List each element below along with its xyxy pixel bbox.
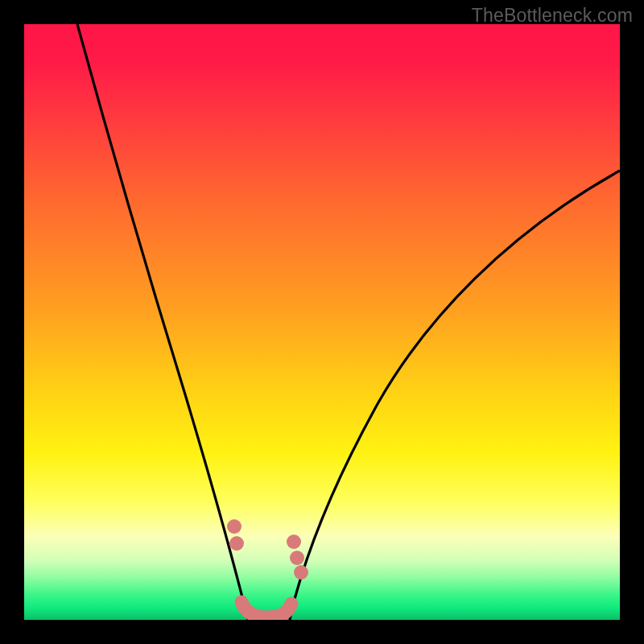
right-curve — [290, 171, 620, 620]
watermark-text: TheBottleneck.com — [472, 5, 633, 27]
left-curve — [77, 24, 248, 620]
dot-left-1 — [227, 519, 242, 534]
chart-svg — [24, 24, 620, 620]
dot-left-2 — [229, 536, 244, 551]
chart-frame: TheBottleneck.com — [0, 0, 644, 644]
dot-right-1 — [287, 535, 301, 549]
dot-right-2 — [290, 551, 304, 565]
bottom-band — [242, 602, 291, 617]
dot-right-3 — [294, 565, 308, 580]
plot-area — [24, 24, 620, 620]
